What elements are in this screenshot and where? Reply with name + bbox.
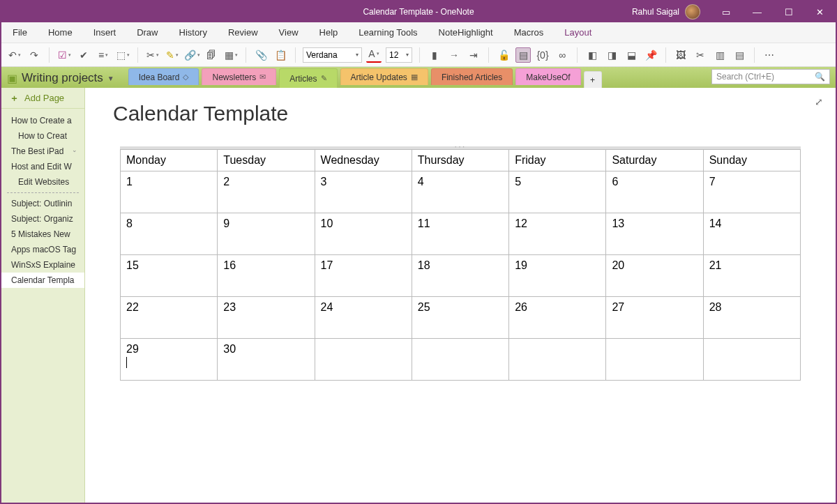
menu-insert[interactable]: Insert bbox=[89, 24, 121, 40]
layout2-button[interactable]: ▤ bbox=[732, 47, 747, 63]
outdent-button[interactable]: ⬚ bbox=[115, 47, 130, 63]
infinity-button[interactable]: ∞ bbox=[555, 47, 570, 63]
calendar-cell[interactable] bbox=[509, 339, 606, 381]
ribbon-display-button[interactable]: ▭ bbox=[710, 1, 741, 22]
picture-button[interactable]: 🖼 bbox=[673, 47, 688, 63]
calendar-cell[interactable]: 30 bbox=[218, 339, 315, 381]
menu-file[interactable]: File bbox=[8, 24, 31, 40]
calendar-cell[interactable]: 1 bbox=[121, 171, 218, 213]
page-item[interactable]: Edit Websites bbox=[1, 174, 84, 190]
calendar-cell[interactable]: 13 bbox=[606, 213, 703, 255]
day-header[interactable]: Sunday bbox=[703, 150, 800, 171]
dock-left-button[interactable]: ◧ bbox=[585, 47, 600, 63]
calendar-cell[interactable]: 21 bbox=[703, 255, 800, 297]
calendar-cell[interactable]: 20 bbox=[606, 255, 703, 297]
calendar-cell[interactable]: 16 bbox=[218, 255, 315, 297]
calendar-cell[interactable]: 29 bbox=[121, 339, 218, 381]
tool-b-button[interactable]: ▤ bbox=[515, 47, 531, 63]
section-tab-finished-articles[interactable]: Finished Articles bbox=[431, 68, 513, 85]
calendar-cell[interactable] bbox=[703, 339, 800, 381]
page-item[interactable]: Apps macOS Tag bbox=[1, 242, 84, 257]
page-item[interactable]: The Best iPad⌄ bbox=[1, 144, 84, 159]
copy-button[interactable]: 🗐 bbox=[204, 47, 219, 63]
calendar-cell[interactable]: 2 bbox=[218, 171, 315, 213]
page-item[interactable]: Subject: Outlinin bbox=[1, 196, 84, 211]
add-section-button[interactable]: + bbox=[584, 71, 602, 88]
bullet-button[interactable]: ≡ bbox=[96, 47, 111, 63]
calendar-cell[interactable]: 17 bbox=[315, 255, 412, 297]
section-tab-article-updates[interactable]: Article Updates▦ bbox=[340, 68, 428, 85]
calendar-cell[interactable]: 12 bbox=[509, 213, 606, 255]
add-page-button[interactable]: ＋ Add Page bbox=[1, 88, 84, 109]
close-button[interactable]: ✕ bbox=[804, 1, 836, 22]
minimize-button[interactable]: — bbox=[741, 1, 773, 22]
undo-button[interactable]: ↶ bbox=[7, 47, 22, 63]
eraser-button[interactable]: ▮ bbox=[427, 47, 442, 63]
calendar-cell[interactable]: 5 bbox=[509, 171, 606, 213]
calendar-cell[interactable]: 3 bbox=[315, 171, 412, 213]
calendar-cell[interactable]: 15 bbox=[121, 255, 218, 297]
section-tab-articles[interactable]: Articles✎ bbox=[279, 68, 337, 88]
menu-help[interactable]: Help bbox=[315, 24, 342, 40]
font-color-button[interactable]: A bbox=[366, 47, 382, 63]
redo-button[interactable]: ↷ bbox=[27, 47, 42, 63]
menu-learning-tools[interactable]: Learning Tools bbox=[354, 24, 421, 40]
day-header[interactable]: Friday bbox=[509, 150, 606, 171]
pin-button[interactable]: 📌 bbox=[643, 47, 658, 63]
calendar-cell[interactable]: 25 bbox=[412, 297, 508, 339]
calendar-table[interactable]: MondayTuesdayWednesdayThursdayFridaySatu… bbox=[120, 149, 801, 381]
date-button[interactable]: 📋 bbox=[273, 47, 288, 63]
calendar-table-container[interactable]: MondayTuesdayWednesdayThursdayFridaySatu… bbox=[120, 146, 801, 381]
font-select[interactable]: Verdana▾ bbox=[303, 47, 362, 63]
maximize-button[interactable]: ☐ bbox=[773, 1, 804, 22]
page-content[interactable]: ⤢ Calendar Template MondayTuesdayWednesd… bbox=[85, 88, 836, 504]
arrow-button[interactable]: → bbox=[446, 47, 462, 63]
table-button[interactable]: ▦ bbox=[223, 47, 239, 63]
font-size-select[interactable]: 12▾ bbox=[386, 47, 412, 63]
day-header[interactable]: Tuesday bbox=[218, 150, 315, 171]
calendar-cell[interactable] bbox=[606, 339, 703, 381]
calendar-cell[interactable]: 28 bbox=[703, 297, 800, 339]
calendar-cell[interactable]: 23 bbox=[218, 297, 315, 339]
calendar-cell[interactable]: 26 bbox=[509, 297, 606, 339]
calendar-cell[interactable]: 6 bbox=[606, 171, 703, 213]
page-item[interactable]: How to Creat bbox=[1, 128, 84, 144]
calendar-cell[interactable]: 4 bbox=[412, 171, 508, 213]
section-tab-makeuseof[interactable]: MakeUseOf bbox=[515, 68, 580, 85]
user-name[interactable]: Rahul Saigal bbox=[632, 7, 679, 17]
tool-a-button[interactable]: 🔓 bbox=[496, 47, 511, 63]
day-header[interactable]: Monday bbox=[121, 150, 218, 171]
highlight-button[interactable]: ✎ bbox=[165, 47, 180, 63]
page-title[interactable]: Calendar Template bbox=[113, 102, 815, 125]
link-button[interactable]: 🔗 bbox=[184, 47, 199, 63]
dock-right-button[interactable]: ◨ bbox=[604, 47, 619, 63]
brackets-button[interactable]: {0} bbox=[535, 47, 550, 63]
page-item[interactable]: 5 Mistakes New bbox=[1, 227, 84, 242]
custom-tag-button[interactable]: ✔ bbox=[76, 47, 91, 63]
menu-review[interactable]: Review bbox=[224, 24, 262, 40]
page-item[interactable]: How to Create a bbox=[1, 113, 84, 128]
menu-view[interactable]: View bbox=[275, 24, 303, 40]
expand-icon[interactable]: ⤢ bbox=[815, 96, 823, 107]
page-item[interactable]: Subject: Organiz bbox=[1, 211, 84, 227]
calendar-cell[interactable]: 22 bbox=[121, 297, 218, 339]
layout1-button[interactable]: ▥ bbox=[712, 47, 727, 63]
attach-button[interactable]: 📎 bbox=[253, 47, 269, 63]
calendar-cell[interactable]: 18 bbox=[412, 255, 508, 297]
menu-macros[interactable]: Macros bbox=[510, 24, 548, 40]
calendar-cell[interactable] bbox=[412, 339, 508, 381]
calendar-cell[interactable]: 14 bbox=[703, 213, 800, 255]
notebook-selector[interactable]: ▣ Writing projects ▼ bbox=[7, 71, 114, 88]
crop-button[interactable]: ✂ bbox=[693, 47, 708, 63]
calendar-cell[interactable]: 27 bbox=[606, 297, 703, 339]
menu-history[interactable]: History bbox=[175, 24, 211, 40]
calendar-cell[interactable]: 19 bbox=[509, 255, 606, 297]
day-header[interactable]: Thursday bbox=[412, 150, 508, 171]
overflow-button[interactable]: ⋯ bbox=[762, 47, 777, 63]
day-header[interactable]: Saturday bbox=[606, 150, 703, 171]
page-item[interactable]: Calendar Templa bbox=[1, 273, 84, 288]
todo-tag-button[interactable]: ☑ bbox=[56, 47, 72, 63]
menu-home[interactable]: Home bbox=[44, 24, 77, 40]
calendar-cell[interactable] bbox=[315, 339, 412, 381]
search-input[interactable]: Search (Ctrl+E) 🔍 bbox=[711, 69, 830, 84]
